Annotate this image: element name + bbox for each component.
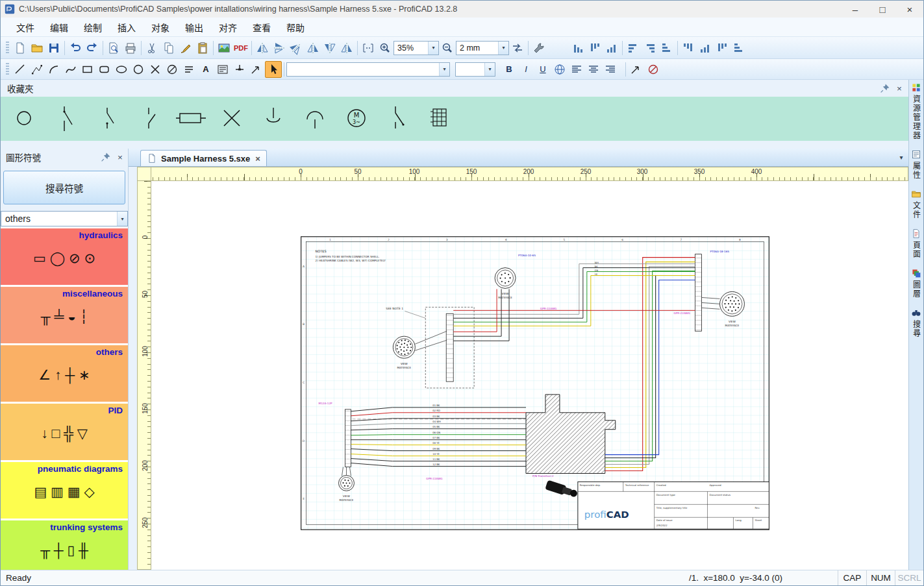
close-panel-icon[interactable]: × — [897, 84, 902, 93]
favorite-symbol-motor[interactable]: M3~ — [342, 101, 372, 136]
zoom-in-button[interactable] — [377, 40, 393, 56]
same-height-button[interactable] — [697, 40, 714, 56]
zoom-out-button[interactable] — [439, 40, 456, 56]
favorite-symbol-switch-2[interactable] — [93, 101, 123, 136]
category-select[interactable]: others ▾ — [1, 211, 128, 226]
hyperlink-button[interactable] — [551, 61, 568, 78]
rotate-right-button[interactable] — [305, 40, 321, 56]
menu-align[interactable]: 对齐 — [211, 18, 245, 36]
category-title[interactable]: trunking systems — [6, 522, 123, 532]
ellipse-tool-button[interactable] — [113, 61, 130, 78]
close-button[interactable]: × — [896, 1, 923, 18]
redo-button[interactable] — [84, 40, 101, 56]
category-hydraulics[interactable]: hydraulics ▭ ◯ ⊘ ⊙ — [1, 228, 128, 285]
favorite-symbol-switch-1[interactable] — [51, 101, 81, 136]
align-top-button[interactable] — [603, 40, 620, 56]
same-width-button[interactable] — [680, 40, 697, 56]
connector-bottom[interactable] — [339, 475, 355, 491]
grid-size-combo[interactable]: 2 mm ▾ — [456, 41, 509, 55]
space-evenly-button[interactable] — [730, 40, 747, 56]
right-tab-files[interactable]: 文件 — [911, 189, 922, 219]
menu-insert[interactable]: 插入 — [110, 18, 144, 36]
toolbar-grip[interactable] — [6, 63, 9, 76]
category-others[interactable]: others ∠ ↑ ┼ ∗ — [1, 345, 128, 402]
favorite-symbol-earth-1[interactable] — [259, 101, 289, 136]
rounded-rectangle-tool-button[interactable] — [96, 61, 113, 78]
menu-output[interactable]: 输出 — [177, 18, 211, 36]
category-symbols[interactable]: ▤ ▥ ▦ ◇ — [6, 474, 123, 510]
chevron-down-icon[interactable]: ▾ — [428, 42, 438, 55]
leader-line-button[interactable] — [628, 61, 645, 78]
polyline-tool-button[interactable] — [29, 61, 45, 78]
tab-list-chevron-icon[interactable]: ▾ — [894, 149, 908, 166]
circle-tool-button[interactable] — [130, 61, 147, 78]
minimize-button[interactable]: – — [842, 1, 869, 18]
pin-icon[interactable] — [880, 83, 890, 93]
align-right-objects-button[interactable] — [658, 40, 675, 56]
category-pid[interactable]: PID ↓ □ ╬ ▽ — [1, 404, 128, 460]
copy-button[interactable] — [160, 40, 177, 56]
mirror-x-button[interactable] — [321, 40, 338, 56]
connector-right[interactable] — [719, 291, 744, 316]
list-tool-button[interactable] — [181, 61, 197, 78]
tab-close-icon[interactable]: × — [255, 154, 260, 164]
align-middle-button[interactable] — [586, 40, 603, 56]
category-trunking[interactable]: trunking systems ╥ ┼ ▯ ╫ — [1, 520, 128, 570]
category-miscellaneous[interactable]: miscellaneous ╥ ╧ ◒ ┆ — [1, 287, 128, 343]
category-symbols[interactable]: ╥ ╧ ◒ ┆ — [6, 299, 123, 335]
mirror-y-button[interactable] — [338, 40, 355, 56]
menu-file[interactable]: 文件 — [8, 18, 42, 36]
favorite-symbol-connector-grid[interactable] — [425, 101, 455, 136]
format-painter-button[interactable] — [177, 40, 194, 56]
align-text-center-button[interactable] — [585, 61, 602, 78]
pin-icon[interactable] — [101, 152, 111, 162]
category-title[interactable]: pneumatic diagrams — [6, 464, 123, 474]
menu-object[interactable]: 对象 — [144, 18, 177, 36]
close-panel-icon[interactable]: × — [118, 153, 123, 162]
new-button[interactable] — [12, 40, 29, 56]
chevron-down-icon[interactable]: ▾ — [439, 63, 449, 76]
category-symbols[interactable]: ▭ ◯ ⊘ ⊙ — [6, 240, 123, 276]
category-title[interactable]: hydraulics — [6, 230, 123, 240]
align-bottom-button[interactable] — [569, 40, 586, 56]
underline-button[interactable]: U — [534, 61, 551, 78]
cross-tool-button[interactable] — [147, 61, 164, 78]
connection-node-tool-button[interactable] — [231, 61, 248, 78]
bold-button[interactable]: B — [501, 61, 518, 78]
right-tab-search[interactable]: 搜尋 — [911, 308, 922, 338]
title-block[interactable]: Responsible dep. Technical reference Cre… — [578, 482, 769, 529]
search-symbols-button[interactable]: 搜尋符號 — [3, 171, 125, 204]
chevron-down-icon[interactable]: ▾ — [498, 42, 508, 55]
rectangle-tool-button[interactable] — [79, 61, 96, 78]
category-title[interactable]: PID — [6, 406, 123, 415]
flip-horizontal-button[interactable] — [254, 40, 271, 56]
category-symbols[interactable]: ∠ ↑ ┼ ∗ — [6, 357, 123, 393]
italic-button[interactable]: I — [518, 61, 534, 78]
favorite-symbol-switch-3[interactable] — [134, 101, 164, 136]
toolbar-grip[interactable] — [6, 42, 9, 55]
align-center-objects-button[interactable] — [642, 40, 658, 56]
right-tab-properties[interactable]: 屬性 — [911, 149, 922, 180]
connector-left[interactable] — [393, 336, 415, 358]
favorite-symbol-circle[interactable] — [10, 101, 40, 136]
rotate-left-button[interactable] — [288, 40, 305, 56]
same-size-button[interactable] — [714, 40, 730, 56]
slashed-circle-tool-button[interactable] — [164, 61, 181, 78]
print-preview-button[interactable] — [105, 40, 122, 56]
right-tab-pages[interactable]: 頁面 — [911, 228, 922, 259]
category-symbols[interactable]: ↓ □ ╬ ▽ — [6, 415, 123, 452]
zoom-area-button[interactable] — [360, 40, 377, 56]
select-tool-button[interactable] — [265, 61, 282, 78]
text-tool-button[interactable]: A — [197, 61, 214, 78]
menu-help[interactable]: 帮助 — [279, 18, 312, 36]
font-size-combo[interactable]: ▾ — [455, 62, 495, 77]
category-symbols[interactable]: ╥ ┼ ▯ ╫ — [6, 532, 123, 568]
category-title[interactable]: others — [6, 347, 123, 357]
drawing-canvas[interactable]: 1 2 3 4 5 6 7 8 A B — [151, 181, 908, 570]
terminal-strip-c[interactable] — [345, 409, 351, 467]
menu-view[interactable]: 查看 — [245, 18, 279, 36]
category-pneumatic[interactable]: pneumatic diagrams ▤ ▥ ▦ ◇ — [1, 462, 128, 519]
settings-button[interactable] — [531, 40, 547, 56]
export-image-button[interactable] — [216, 40, 232, 56]
right-tab-explorer[interactable]: 資源管理器 — [911, 82, 922, 140]
